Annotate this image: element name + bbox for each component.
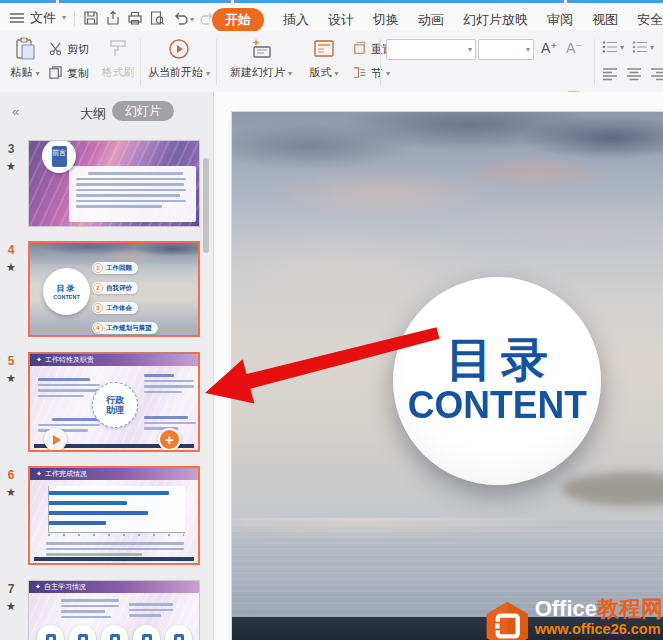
group-divider — [216, 39, 217, 85]
menu-bar: 文件 ▾ ▾ » 开始插入设计切换动画幻灯片放映审阅视图安全 — [0, 3, 663, 31]
tab-切换[interactable]: 切换 — [373, 11, 399, 29]
animation-star-icon: ★ — [2, 261, 20, 274]
slide-thumbnail-7[interactable]: ✦自主学习情况 — [28, 580, 200, 640]
tab-开始[interactable]: 开始 — [212, 8, 264, 32]
toc-label: 工作回顾 — [106, 264, 132, 273]
tab-slides[interactable]: 幻灯片 — [112, 101, 174, 121]
slide5-center-circle: 行政 助理 — [92, 382, 138, 428]
slide4-toc-circle: 目录 CONTENT — [43, 268, 90, 315]
layout-icon — [302, 36, 346, 62]
tab-outline[interactable]: 大纲 — [80, 105, 106, 123]
print-icon[interactable] — [126, 9, 144, 27]
play-animation-button[interactable] — [44, 428, 67, 451]
new-slide-button[interactable]: 新建幻灯片 ▾ — [222, 36, 300, 80]
tab-审阅[interactable]: 审阅 — [547, 11, 573, 29]
font-name-combo[interactable]: ▾ — [386, 39, 476, 60]
copy-icon — [48, 65, 63, 82]
paste-button[interactable]: 粘贴 ▾ — [6, 36, 44, 80]
tab-视图[interactable]: 视图 — [592, 11, 618, 29]
office26-logo-icon — [484, 597, 531, 640]
thumb4-toc-item: 1工作回顾 — [92, 262, 138, 274]
chart-bar — [49, 491, 169, 495]
print-preview-icon[interactable] — [148, 9, 166, 27]
watermark-url: www.office26.com — [535, 621, 663, 637]
slide5-title-bar: ✦工作特性及职责 — [30, 354, 198, 366]
export-icon[interactable] — [104, 9, 122, 27]
toc-label: 工作规划与展望 — [106, 324, 152, 333]
watermark-brand: Office教程网 — [535, 597, 663, 621]
align-right-button[interactable] — [650, 67, 663, 81]
toc-label: 工作体会 — [106, 304, 132, 313]
slide-thumbnail-4[interactable]: 目录 CONTENT 1工作回顾2自我评价3工作体会4工作规划与展望 — [28, 241, 200, 337]
section-icon — [352, 65, 367, 82]
panel-scrollbar[interactable] — [203, 158, 209, 253]
decrease-font-button[interactable]: A⁻ — [566, 40, 583, 56]
slide-layout-button[interactable]: 版式 ▾ — [302, 36, 346, 80]
animation-star-icon: ★ — [2, 372, 20, 385]
current-slide[interactable]: 目录 CONTENT — [232, 112, 663, 640]
slide-number-7: 7 — [2, 582, 20, 596]
group-divider — [140, 39, 141, 85]
slide6-title-bar: ✦工作完成情况 — [30, 468, 198, 480]
toc-number: 2 — [93, 283, 103, 293]
toc-subtitle: CONTENT — [407, 384, 586, 427]
collapse-panel-button[interactable]: « — [12, 104, 19, 119]
chart-bar — [49, 521, 106, 525]
tab-安全[interactable]: 安全 — [637, 11, 663, 29]
preface-badge: 前言 — [52, 146, 67, 167]
text-placeholder — [129, 603, 173, 620]
format-painter-button[interactable]: 格式刷 — [98, 36, 138, 80]
start-from-current-button[interactable]: 从当前开始 ▾ — [144, 36, 214, 80]
cut-button[interactable]: 剪切 — [48, 41, 89, 58]
undo-caret[interactable]: ▾ — [190, 15, 194, 24]
increase-font-button[interactable]: A⁺ — [541, 40, 558, 56]
file-menu[interactable]: 文件 — [30, 9, 56, 27]
ribbon-toolbar: 粘贴 ▾ 剪切 复制 格式刷 从当前开始 ▾ — [0, 31, 663, 93]
chart-axis-ticks — [48, 534, 184, 536]
hamburger-menu-icon[interactable] — [8, 9, 26, 27]
slide3-text-box — [69, 166, 196, 222]
copy-button[interactable]: 复制 — [48, 65, 89, 82]
thumb4-toc-item: 2自我评价 — [92, 282, 138, 294]
numbered-list-button[interactable]: ▾ — [632, 40, 654, 54]
toc-title: 目录 — [446, 335, 556, 384]
section-button[interactable]: 节 ▾ — [352, 65, 390, 82]
font-size-combo[interactable]: ▾ — [478, 39, 534, 60]
slide-number-4: 4 — [2, 243, 20, 257]
new-slide-quick-button[interactable]: + — [158, 428, 181, 451]
chart-bar — [49, 511, 148, 515]
toc-number: 4 — [93, 323, 103, 333]
bullet-list-button[interactable]: ▾ — [602, 40, 624, 54]
divider — [74, 11, 75, 26]
chart-bar — [49, 501, 127, 505]
save-icon[interactable] — [82, 9, 100, 27]
toc-number: 3 — [93, 303, 103, 313]
toc-circle[interactable]: 目录 CONTENT — [393, 277, 601, 485]
animation-star-icon: ★ — [2, 160, 20, 173]
undo-icon[interactable] — [172, 9, 190, 27]
slide3-preface-circle: 前言 — [42, 140, 76, 173]
slide-thumbnail-3[interactable]: 前言 — [28, 140, 200, 227]
thumb4-toc-item: 4工作规划与展望 — [92, 322, 158, 334]
tab-动画[interactable]: 动画 — [418, 11, 444, 29]
file-menu-caret[interactable]: ▾ — [62, 13, 66, 22]
play-icon — [144, 36, 214, 62]
wps-presentation-window: 文件 ▾ ▾ » 开始插入设计切换动画幻灯片放映审阅视图安全 — [0, 0, 663, 640]
align-center-button[interactable] — [626, 67, 642, 81]
animation-star-icon: ★ — [2, 486, 20, 499]
watermark: Office教程网 www.office26.com — [484, 597, 663, 640]
tab-设计[interactable]: 设计 — [328, 11, 354, 29]
slide-thumbnail-6[interactable]: ✦工作完成情况 — [28, 466, 200, 565]
slide-number-5: 5 — [2, 354, 20, 368]
format-painter-icon — [98, 36, 138, 62]
slide7-title-bar: ✦自主学习情况 — [29, 581, 199, 593]
ribbon-tabs: 开始插入设计切换动画幻灯片放映审阅视图安全 — [212, 6, 663, 34]
animation-star-icon: ★ — [2, 600, 20, 613]
text-placeholder — [61, 599, 119, 621]
align-left-button[interactable] — [602, 67, 618, 81]
group-divider — [594, 39, 595, 85]
tab-幻灯片放映[interactable]: 幻灯片放映 — [463, 11, 528, 29]
tab-插入[interactable]: 插入 — [283, 11, 309, 29]
thumb6-bars — [48, 486, 185, 533]
slide-thumbnail-5[interactable]: ✦工作特性及职责 行政 助理 + — [28, 352, 200, 452]
